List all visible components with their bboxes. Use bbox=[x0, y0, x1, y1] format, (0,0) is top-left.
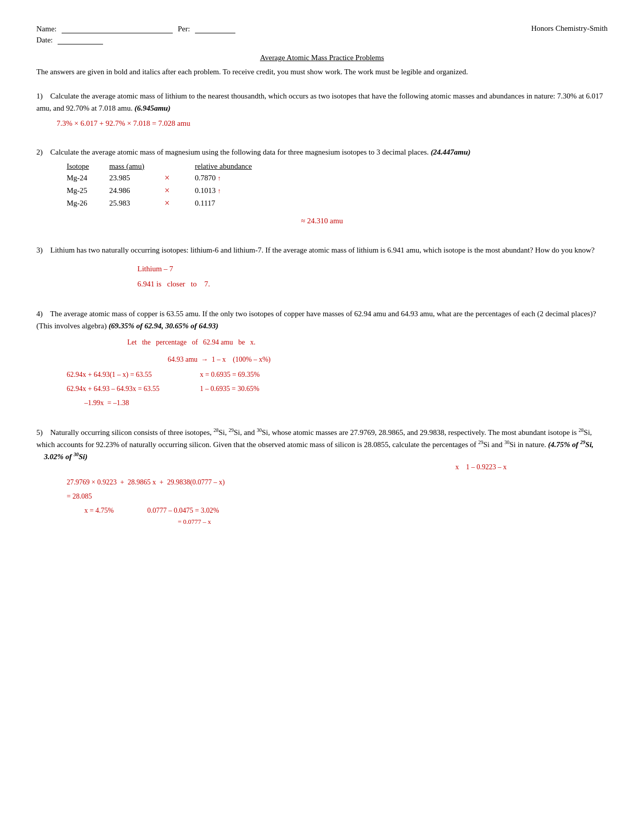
problem-4-work3: 62.94x + 64.93(1 – x) = 63.55 62.94x + 6… bbox=[67, 368, 608, 410]
per-label: Per: bbox=[178, 25, 190, 33]
isotope-x: × bbox=[165, 197, 195, 210]
problem-4: 4) The average atomic mass of copper is … bbox=[36, 308, 608, 410]
problem-2-table: Isotope mass (amu) relative abundance Mg… bbox=[67, 162, 608, 210]
problem-3-text: 3) Lithium has two naturally occurring i… bbox=[36, 244, 608, 256]
problem-3-number: 3) bbox=[36, 246, 43, 254]
isotope-x: × bbox=[165, 184, 195, 197]
problem-3: 3) Lithium has two naturally occurring i… bbox=[36, 244, 608, 291]
problem-2-text: 2) Calculate the average atomic mass of … bbox=[36, 146, 608, 158]
col-abundance: relative abundance bbox=[195, 162, 272, 172]
problem-5: 5) Naturally occurring silicon consists … bbox=[36, 426, 608, 526]
per-field bbox=[195, 24, 235, 33]
isotope-abundance: 0.1117 bbox=[195, 197, 272, 210]
problem-5-body: Naturally occurring silicon consists of … bbox=[36, 428, 593, 461]
isotope-name: Mg-24 bbox=[67, 172, 109, 184]
name-field bbox=[62, 24, 173, 33]
table-row: Mg-25 24.986 × 0.1013 ↑ bbox=[67, 184, 272, 197]
problem-4-answer: (69.35% of 62.94, 30.65% of 64.93) bbox=[109, 322, 218, 330]
problem-5-work: 27.9769 × 0.9223 + 28.9865 x + 29.9838(0… bbox=[67, 475, 608, 518]
isotope-x: × bbox=[165, 172, 195, 184]
problem-1-text: 1) Calculate the average atomic mass of … bbox=[36, 90, 608, 114]
problem-4-number: 4) bbox=[36, 310, 43, 318]
name-line: Name: Per: bbox=[36, 24, 235, 33]
problem-5-answer2: 3.02% of 30Si) bbox=[44, 453, 87, 461]
problem-3-body: Lithium has two naturally occurring isot… bbox=[51, 246, 595, 254]
isotope-abundance: 0.1013 ↑ bbox=[195, 184, 272, 197]
problem-1-body: Calculate the average atomic mass of lit… bbox=[36, 92, 603, 112]
date-field bbox=[58, 35, 103, 44]
col-mass: mass (amu) bbox=[109, 162, 165, 172]
problem-3-work: Lithium – 7 6.941 is closer to 7. bbox=[137, 261, 608, 291]
problem-5-answer: (4.75% of 29Si, bbox=[548, 440, 593, 449]
problem-1-answer: (6.945amu) bbox=[134, 104, 170, 112]
class-name: Honors Chemistry-Smith bbox=[531, 24, 608, 44]
page-title: Average Atomic Mass Practice Problems bbox=[260, 54, 384, 62]
problem-4-body: The average atomic mass of copper is 63.… bbox=[36, 310, 596, 330]
header: Name: Per: Date: Honors Chemistry-Smith bbox=[36, 24, 608, 44]
header-left: Name: Per: Date: bbox=[36, 24, 235, 44]
date-label: Date: bbox=[36, 36, 53, 44]
problem-5-sub: = 0.0777 – x bbox=[178, 518, 608, 526]
isotope-name: Mg-26 bbox=[67, 197, 109, 210]
isotope-name: Mg-25 bbox=[67, 184, 109, 197]
date-line: Date: bbox=[36, 35, 235, 44]
isotope-abundance: 0.7870 ↑ bbox=[195, 172, 272, 184]
problem-2-body: Calculate the average atomic mass of mag… bbox=[51, 148, 471, 156]
problem-5-text: 5) Naturally occurring silicon consists … bbox=[36, 426, 608, 463]
name-label: Name: bbox=[36, 25, 57, 33]
intro-text: The answers are given in bold and italic… bbox=[36, 66, 608, 78]
col-spacer bbox=[165, 162, 195, 172]
title-section: Average Atomic Mass Practice Problems bbox=[36, 54, 608, 62]
problem-1-number: 1) bbox=[36, 92, 43, 100]
problem-4-work2: 64.93 amu → 1 – x (100% – x%) bbox=[168, 353, 608, 367]
problem-5-number: 5) bbox=[36, 428, 43, 436]
col-isotope: Isotope bbox=[67, 162, 109, 172]
isotope-mass: 23.985 bbox=[109, 172, 165, 184]
table-row: Mg-26 25.983 × 0.1117 bbox=[67, 197, 272, 210]
problem-4-text: 4) The average atomic mass of copper is … bbox=[36, 308, 608, 332]
isotope-table: Isotope mass (amu) relative abundance Mg… bbox=[67, 162, 272, 210]
problem-2: 2) Calculate the average atomic mass of … bbox=[36, 146, 608, 228]
isotope-mass: 24.986 bbox=[109, 184, 165, 197]
problem-1: 1) Calculate the average atomic mass of … bbox=[36, 90, 608, 130]
problem-1-work: 7.3% × 6.017 + 92.7% × 7.018 = 7.028 amu bbox=[57, 117, 608, 130]
problem-2-work: ≈ 24.310 amu bbox=[36, 215, 608, 228]
isotope-mass: 25.983 bbox=[109, 197, 165, 210]
problem-2-number: 2) bbox=[36, 148, 43, 156]
problem-4-work: Let the percentage of 62.94 amu be x. bbox=[127, 336, 608, 350]
problem-5-extra: x 1 – 0.9223 – x bbox=[36, 461, 507, 473]
table-row: Mg-24 23.985 × 0.7870 ↑ bbox=[67, 172, 272, 184]
problem-2-answer: (24.447amu) bbox=[431, 148, 471, 156]
